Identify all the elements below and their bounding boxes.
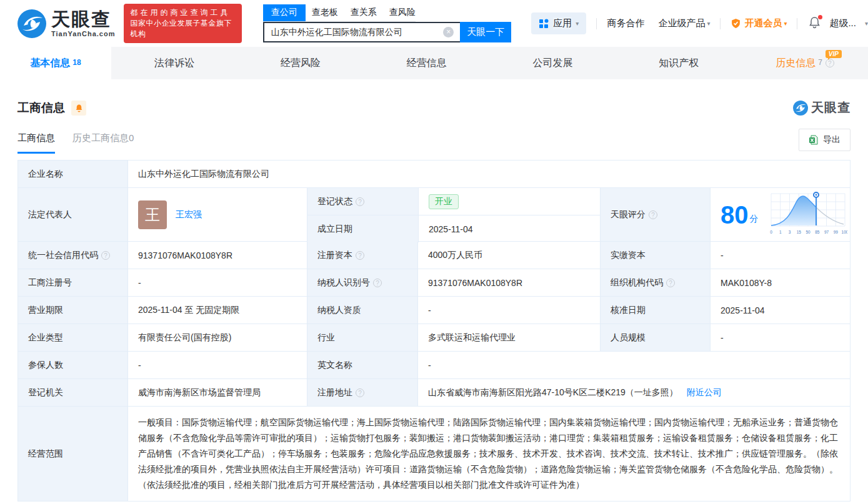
logo-domain: TianYanCha.com xyxy=(51,30,115,37)
table-row: 参保人数 - 英文名称 - xyxy=(18,351,850,378)
help-icon[interactable]: ? xyxy=(373,279,382,287)
tab-history-info[interactable]: VIP 历史信息 7 ? xyxy=(742,47,868,79)
english-name-label: 英文名称 xyxy=(307,352,417,378)
chevron-down-icon: ▾ xyxy=(576,20,579,27)
score-label: 天眼评分 ? xyxy=(600,188,710,241)
approval-date-label: 核准日期 xyxy=(600,297,710,324)
table-row: 企业名称 山东中外运化工国际物流有限公司 xyxy=(18,161,850,187)
business-info-table: 企业名称 山东中外运化工国际物流有限公司 法定代表人 王 王宏强 登记状态 ? … xyxy=(17,160,851,502)
search-tab-relation[interactable]: 查关系 xyxy=(344,4,383,21)
score-cell: 80 分 xyxy=(710,188,851,241)
nearby-companies-link[interactable]: 附近公司 xyxy=(687,387,722,398)
paid-capital-label: 实缴资本 xyxy=(600,242,710,269)
svg-text:3: 3 xyxy=(788,230,791,234)
notification-bell-icon[interactable] xyxy=(809,16,821,31)
staff-size-value: - xyxy=(710,324,850,351)
company-name-label: 企业名称 xyxy=(18,161,127,187)
divider xyxy=(720,18,721,29)
search-button[interactable]: 天眼一下 xyxy=(460,22,511,42)
vip-badge: VIP xyxy=(826,50,842,58)
table-row: 登记机关 威海市南海新区市场监督管理局 注册地址? 山东省威海市南海新区阳光路4… xyxy=(18,378,850,406)
approval-date-value: 2025-11-04 xyxy=(710,297,850,324)
notification-dot xyxy=(818,15,822,19)
tab-legal-proceedings[interactable]: 法律诉讼 xyxy=(111,47,237,79)
tab-count: 18 xyxy=(72,58,81,67)
subtab-business-info[interactable]: 工商信息 xyxy=(17,132,55,154)
svg-text:99: 99 xyxy=(833,230,838,234)
tianyancha-watermark: 天眼查 xyxy=(793,99,851,116)
score-axis-ticks: 0 1 3 15 50 85 97 99 100 xyxy=(770,230,847,234)
reg-status-cell: 开业 xyxy=(418,188,600,215)
table-row: 经营范围 一般项目：国际货物运输代理；航空国际货物运输代理；海上国际货物运输代理… xyxy=(18,406,850,501)
svg-text:0: 0 xyxy=(770,230,772,234)
open-vip-menu[interactable]: 开通会员 ▾ xyxy=(731,17,787,29)
avatar[interactable]: 王 xyxy=(138,200,167,229)
vip-crown-icon xyxy=(731,18,741,29)
tab-operating-risk[interactable]: 经营风险 xyxy=(237,47,364,79)
search-tab-risk[interactable]: 查风险 xyxy=(383,4,422,21)
header: 天眼查 TianYanCha.com 都在用的商业查询工具 国家中小企业发展子基… xyxy=(0,0,868,47)
enterprise-products-menu[interactable]: 企业级产品 ▾ xyxy=(658,17,710,29)
help-icon[interactable]: ? xyxy=(356,197,364,206)
uscc-label: 统一社会信用代码? xyxy=(18,242,127,269)
score-unit: 分 xyxy=(750,214,759,225)
tab-company-development[interactable]: 公司发展 xyxy=(489,47,616,79)
tab-operating-info[interactable]: 经营信息 xyxy=(364,47,490,79)
svg-text:85: 85 xyxy=(815,230,820,234)
svg-text:100: 100 xyxy=(841,230,847,234)
header-menu: 应用 ▾ 商务合作 企业级产品 ▾ 开通会员 ▾ 超级.. xyxy=(531,12,868,34)
uscc-value: 91371076MAK0108Y8R xyxy=(127,242,307,269)
apps-label: 应用 xyxy=(553,17,572,29)
promo-badge: 都在用的商业查询工具 国家中小企业发展子基金旗下机构 xyxy=(124,4,241,43)
promo-line2: 国家中小企业发展子基金旗下机构 xyxy=(130,18,235,39)
search-tab-boss[interactable]: 查老板 xyxy=(306,4,344,21)
help-icon[interactable]: ? xyxy=(649,210,657,219)
establish-date-value: 2025-11-04 xyxy=(418,215,600,242)
score-distribution-chart[interactable]: 0 1 3 15 50 85 97 99 100 xyxy=(767,190,847,240)
reg-capital-label: 注册资本? xyxy=(307,242,417,269)
reg-number-value: - xyxy=(127,269,307,296)
reg-status-label: 登记状态 ? xyxy=(307,188,418,215)
business-cooperation-link[interactable]: 商务合作 xyxy=(607,17,644,29)
search-block: 查公司 查老板 查关系 查风险 × 天眼一下 xyxy=(263,4,512,42)
reg-authority-label: 登记机关 xyxy=(18,379,127,406)
help-icon[interactable]: ? xyxy=(101,251,110,260)
apps-menu[interactable]: 应用 ▾ xyxy=(531,12,586,34)
taxpayer-quality-value: - xyxy=(417,297,600,324)
search-input[interactable] xyxy=(263,22,461,42)
reg-capital-value: 4000万人民币 xyxy=(417,242,600,269)
business-term-label: 营业期限 xyxy=(18,297,127,324)
help-icon[interactable]: ? xyxy=(826,59,834,67)
company-nav-tabs: 基本信息 18 法律诉讼 经营风险 经营信息 公司发展 知识产权 VIP 历史信… xyxy=(0,47,868,79)
org-code-label: 组织机构代码? xyxy=(600,269,710,296)
score-value: 80 xyxy=(721,202,749,227)
main-content: 工商信息 天眼查 工商信息 历史工商信息0 xyxy=(0,99,868,502)
svg-text:97: 97 xyxy=(824,230,829,234)
industry-value: 多式联运和运输代理业 xyxy=(417,324,600,351)
export-button[interactable]: 导出 xyxy=(799,129,851,151)
insured-count-value: - xyxy=(127,352,307,378)
business-term-value: 2025-11-04 至 无固定期限 xyxy=(127,297,307,324)
help-icon[interactable]: ? xyxy=(356,251,364,260)
search-tab-company[interactable]: 查公司 xyxy=(263,4,306,21)
reg-authority-value: 威海市南海新区市场监督管理局 xyxy=(127,379,307,406)
monitor-bell-icon[interactable] xyxy=(71,101,86,116)
tianyancha-logo[interactable]: 天眼查 TianYanCha.com xyxy=(17,9,115,38)
tab-intellectual-property[interactable]: 知识产权 xyxy=(616,47,742,79)
status-badge: 开业 xyxy=(429,194,459,209)
help-icon[interactable]: ? xyxy=(356,388,364,397)
user-account-menu[interactable]: 超级... ▾ xyxy=(829,17,868,29)
legal-rep-link[interactable]: 王宏强 xyxy=(176,209,202,220)
legal-rep-cell: 王 王宏强 xyxy=(127,188,307,241)
tab-basic-info[interactable]: 基本信息 18 xyxy=(0,47,111,79)
industry-label: 行业 xyxy=(307,324,417,351)
svg-text:50: 50 xyxy=(806,230,811,234)
apps-grid-icon xyxy=(539,19,549,29)
subtab-history-business-info[interactable]: 历史工商信息0 xyxy=(72,132,134,154)
staff-size-label: 人员规模 xyxy=(600,324,710,351)
taxpayer-id-label: 纳税人识别号? xyxy=(307,269,417,296)
company-type-value: 有限责任公司(国有控股) xyxy=(127,324,307,351)
chevron-down-icon: ▾ xyxy=(707,20,710,27)
table-row: 统一社会信用代码? 91371076MAK0108Y8R 注册资本? 4000万… xyxy=(18,241,850,269)
help-icon[interactable]: ? xyxy=(666,279,675,287)
